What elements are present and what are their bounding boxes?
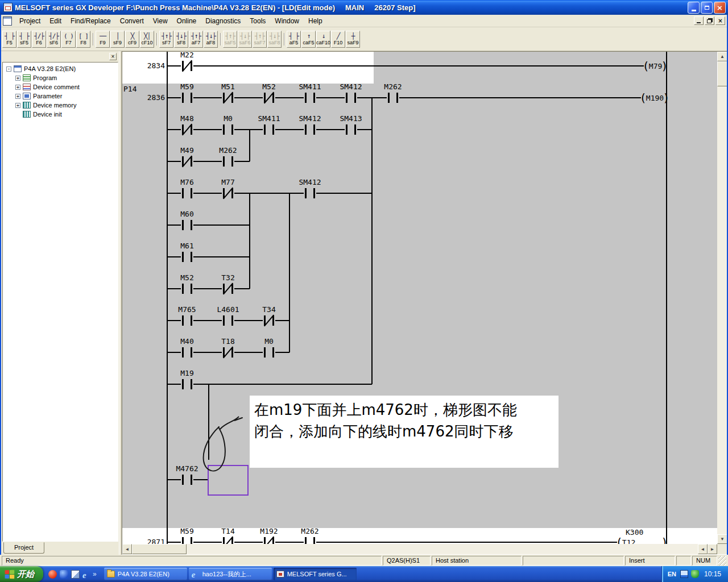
green-shield-icon[interactable] [691, 570, 699, 578]
toolbar-button-cf10[interactable]: ╳│cF10 [140, 31, 154, 48]
toolbar-button-f8[interactable]: [ ]F8 [76, 31, 90, 48]
ladder-coil-m79[interactable]: (M79) [644, 60, 667, 72]
ladder-contact-m59[interactable]: M59 [181, 537, 193, 544]
ladder-contact-m262[interactable]: M262 [387, 92, 399, 103]
toolbar-button-af5[interactable]: ┤ ├aF5 [287, 31, 301, 48]
horizontal-scroll-thumb[interactable] [132, 544, 187, 554]
tab-project[interactable]: Project [3, 542, 44, 554]
tree-item-device-memory[interactable]: +Device memory [3, 101, 118, 110]
taskbar-task-hao123[interactable]: hao123--我的上... [189, 568, 272, 580]
ladder-contact-m19[interactable]: M19 [181, 379, 193, 390]
tree-expander-icon[interactable]: + [15, 94, 20, 99]
ladder-contact-l4601[interactable]: L4601 [222, 315, 234, 326]
tree-root-item[interactable]: -P4A V3.28 E2(EN) [3, 64, 118, 73]
ladder-contact-m48[interactable]: M48 [181, 124, 193, 135]
ladder-contact-m40[interactable]: M40 [181, 347, 193, 358]
desktop-icon[interactable] [71, 570, 80, 579]
ladder-contact-m61[interactable]: M61 [181, 251, 193, 263]
tree-expander-icon[interactable]: - [6, 66, 11, 72]
toolbar-button-af8[interactable]: ┤↓├aF8 [204, 31, 218, 48]
ladder-contact-sm412[interactable]: SM412 [345, 92, 357, 103]
ladder-contact-m0[interactable]: M0 [222, 124, 234, 135]
ladder-contact-m59[interactable]: M59 [181, 92, 193, 103]
mdi-close-button[interactable] [715, 16, 725, 25]
menu-find-replace[interactable]: Find/Replace [66, 16, 115, 26]
toolbar-button-sf9[interactable]: │sF9 [110, 31, 125, 48]
ladder-contact-sm411[interactable]: SM411 [263, 124, 275, 135]
ladder-contact-m192[interactable]: M192 [263, 537, 275, 544]
ladder-coil-m190[interactable]: (M190) [641, 92, 667, 104]
ladder-contact-m60[interactable]: M60 [181, 219, 193, 231]
menu-help[interactable]: Help [304, 16, 327, 26]
tree-expander-icon[interactable]: + [15, 85, 20, 90]
ladder-contact-t34[interactable]: T34 [263, 315, 275, 326]
ladder-contact-t18[interactable]: T18 [222, 347, 234, 358]
horizontal-scrollbar[interactable] [122, 544, 717, 554]
ladder-contact-m51[interactable]: M51 [222, 92, 234, 103]
tree-expander-icon[interactable]: + [15, 76, 20, 81]
start-button[interactable]: 开始 [0, 566, 43, 582]
ladder-contact-m49[interactable]: M49 [181, 156, 193, 167]
ladder-contact-m22[interactable]: M22 [181, 60, 193, 72]
ladder-contact-m262[interactable]: M262 [222, 156, 234, 167]
toolbar-button-f9[interactable]: ──F9 [96, 31, 110, 48]
ladder-contact-m52[interactable]: M52 [263, 92, 275, 103]
menu-window[interactable]: Window [270, 16, 304, 26]
ie-icon[interactable] [82, 570, 91, 579]
quick-launch-overflow-chevron[interactable]: » [93, 570, 99, 578]
toolbar-button-f6[interactable]: ┤/├F6 [32, 31, 46, 48]
scroll-left-button-2[interactable] [698, 544, 708, 554]
close-button[interactable] [714, 2, 726, 14]
tree-item-parameter[interactable]: +Parameter [3, 92, 118, 101]
ladder-canvas[interactable]: 在m19下面并上m4762时，梯形图不能 闭合，添加向下的线时m4762同时下移… [122, 52, 717, 544]
ladder-contact-sm411[interactable]: SM411 [304, 92, 316, 103]
menu-convert[interactable]: Convert [115, 16, 148, 26]
menu-online[interactable]: Online [172, 16, 201, 26]
menu-tools[interactable]: Tools [245, 16, 270, 26]
ladder-coil-t12[interactable]: (T12) [617, 536, 667, 544]
ladder-contact-m76[interactable]: M76 [181, 188, 193, 199]
minimize-button[interactable] [688, 2, 700, 14]
red-app-icon[interactable] [48, 570, 57, 579]
taskbar-task-p4a-v3-28-e2-en[interactable]: P4A V3.28 E2(EN) [104, 568, 187, 580]
toolbar-button-sf8[interactable]: ┤↓├sF8 [174, 31, 188, 48]
menu-view[interactable]: View [148, 16, 172, 26]
toolbar-button-f7[interactable]: ( )F7 [61, 31, 76, 48]
mdi-minimize-button[interactable] [694, 16, 704, 25]
toolbar-button-caf10[interactable]: ↓caF10 [316, 31, 330, 48]
scroll-down-button[interactable] [717, 534, 727, 544]
menu-edit[interactable]: Edit [45, 16, 66, 26]
restore-button[interactable] [701, 2, 713, 14]
scroll-up-button[interactable] [717, 52, 727, 61]
media-icon[interactable] [60, 570, 68, 579]
toolbar-button-sf7[interactable]: ┤↑├sF7 [159, 31, 173, 48]
ladder-contact-m0[interactable]: M0 [263, 347, 275, 358]
mdi-document-icon[interactable] [3, 16, 12, 26]
language-indicator[interactable]: EN [668, 571, 676, 577]
toolbar-button-caf5[interactable]: ↑caF5 [301, 31, 316, 48]
mdi-restore-button[interactable] [705, 16, 714, 25]
toolbar-button-saf9[interactable]: ┼saF9 [346, 31, 360, 48]
network-icon[interactable] [680, 570, 688, 578]
menu-diagnostics[interactable]: Diagnostics [201, 16, 245, 26]
ladder-contact-sm412[interactable]: SM412 [304, 124, 316, 135]
ladder-contact-m52[interactable]: M52 [181, 283, 193, 294]
toolbar-button-f5[interactable]: ┤ ├F5 [2, 31, 16, 48]
toolbar-button-sf6[interactable]: ┤/├sF6 [47, 31, 61, 48]
ladder-contact-m77[interactable]: M77 [222, 188, 234, 199]
scroll-right-button[interactable] [708, 544, 717, 554]
ladder-contact-m765[interactable]: M765 [181, 315, 193, 326]
scroll-left-button[interactable] [122, 544, 132, 554]
tree-item-device-comment[interactable]: +Device comment [3, 82, 118, 92]
tree-item-device-init[interactable]: Device init [3, 110, 118, 119]
toolbar-button-af7[interactable]: ┤↑├aF7 [189, 31, 203, 48]
tree-expander-icon[interactable]: + [15, 103, 20, 108]
close-panel-button[interactable]: × [109, 53, 117, 60]
ladder-contact-m262[interactable]: M262 [304, 537, 316, 544]
taskbar-task-melsoft-series-g[interactable]: MELSOFT series G... [274, 568, 357, 580]
ladder-contact-sm412[interactable]: SM412 [304, 188, 316, 199]
ladder-contact-t32[interactable]: T32 [222, 283, 234, 294]
vertical-scroll-thumb[interactable] [717, 61, 727, 86]
toolbar-button-f10[interactable]: ╱F10 [331, 31, 345, 48]
toolbar-button-sf5[interactable]: ┤ ├sF5 [17, 31, 31, 48]
